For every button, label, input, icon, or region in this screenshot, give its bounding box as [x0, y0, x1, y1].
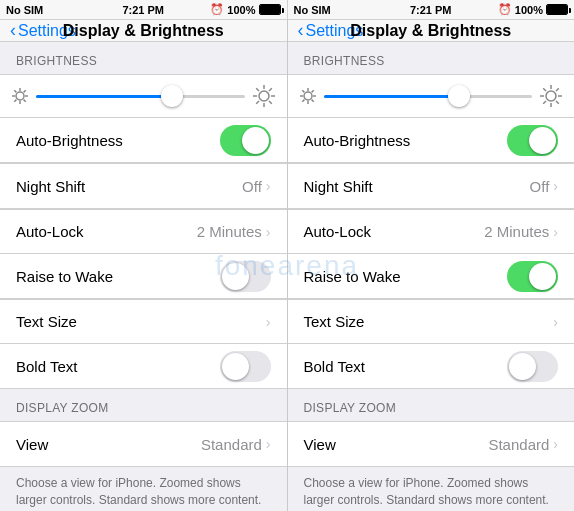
auto-lock-cell-right[interactable]: Auto-Lock 2 Minutes ›: [288, 210, 575, 254]
brightness-slider-left[interactable]: [36, 95, 245, 98]
description-right: Choose a view for iPhone. Zoomed shows l…: [288, 467, 575, 511]
night-shift-right-left: Off ›: [242, 178, 270, 195]
sun-small-icon-right: [300, 88, 316, 104]
alarm-icon-right: ⏰: [498, 3, 512, 16]
text-size-cell-left[interactable]: Text Size ›: [0, 300, 287, 344]
brightness-slider-right[interactable]: [324, 95, 533, 98]
svg-line-14: [256, 88, 259, 91]
night-shift-chevron-left: ›: [266, 178, 271, 194]
slider-fill-right: [324, 95, 460, 98]
description-left: Choose a view for iPhone. Zoomed shows l…: [0, 467, 287, 511]
raise-to-wake-knob-right: [529, 263, 556, 290]
panel-left: ‹ Settings Display & Brightness BRIGHTNE…: [0, 20, 288, 511]
svg-line-24: [311, 100, 313, 102]
bold-text-cell-right[interactable]: Bold Text: [288, 344, 575, 388]
view-chevron-left: ›: [266, 436, 271, 452]
text-size-label-right: Text Size: [304, 313, 365, 330]
svg-point-18: [304, 92, 312, 100]
time-right: 7:21 PM: [410, 4, 452, 16]
svg-line-34: [556, 88, 559, 91]
brightness-group-right: Auto-Brightness: [288, 74, 575, 163]
auto-brightness-toggle-left[interactable]: [220, 125, 271, 156]
raise-to-wake-toggle-left[interactable]: [220, 261, 271, 292]
auto-lock-chevron-left: ›: [266, 224, 271, 240]
svg-line-16: [269, 88, 272, 91]
svg-line-32: [543, 88, 546, 91]
night-shift-cell-right[interactable]: Night Shift Off ›: [288, 164, 575, 208]
raise-to-wake-cell-right[interactable]: Raise to Wake: [288, 254, 575, 298]
text-size-right-right: ›: [553, 314, 558, 330]
bold-text-knob-left: [222, 353, 249, 380]
night-shift-cell-left[interactable]: Night Shift Off ›: [0, 164, 287, 208]
text-size-cell-right[interactable]: Text Size ›: [288, 300, 575, 344]
svg-line-7: [24, 90, 26, 92]
status-bar-left-right: ⏰ 100%: [210, 3, 280, 16]
raise-to-wake-toggle-right[interactable]: [507, 261, 558, 292]
slider-thumb-right[interactable]: [448, 85, 470, 107]
bold-text-cell-left[interactable]: Bold Text: [0, 344, 287, 388]
view-cell-right[interactable]: View Standard ›: [288, 422, 575, 466]
raise-to-wake-cell-left[interactable]: Raise to Wake: [0, 254, 287, 298]
raise-to-wake-label-left: Raise to Wake: [16, 268, 113, 285]
auto-brightness-cell-left[interactable]: Auto-Brightness: [0, 118, 287, 162]
brightness-row-right[interactable]: [288, 75, 575, 118]
auto-lock-label-right: Auto-Lock: [304, 223, 372, 240]
display-zoom-group-left: View Standard ›: [0, 421, 287, 467]
status-bar-right-info: No SIM: [294, 4, 331, 16]
sun-large-icon-left: [253, 85, 275, 107]
bold-text-knob-right: [509, 353, 536, 380]
auto-lock-value-right: 2 Minutes: [484, 223, 549, 240]
view-label-left: View: [16, 436, 48, 453]
panel-right: ‹ Settings Display & Brightness BRIGHTNE…: [288, 20, 575, 511]
auto-lock-cell-left[interactable]: Auto-Lock 2 Minutes ›: [0, 210, 287, 254]
auto-brightness-knob-left: [242, 127, 269, 154]
display-zoom-group-right: View Standard ›: [288, 421, 575, 467]
autolock-group-right: Auto-Lock 2 Minutes › Raise to Wake: [288, 209, 575, 299]
auto-brightness-toggle-right[interactable]: [507, 125, 558, 156]
brightness-header-left: BRIGHTNESS: [0, 42, 287, 74]
brightness-group-left: Auto-Brightness: [0, 74, 287, 163]
view-cell-left[interactable]: View Standard ›: [0, 422, 287, 466]
battery-icon-right: [546, 4, 568, 15]
svg-point-0: [16, 92, 24, 100]
view-right-left: Standard ›: [201, 436, 271, 453]
status-bars: No SIM 7:21 PM ⏰ 100% No SIM 7:21 PM ⏰ 1…: [0, 0, 574, 20]
night-shift-group-left: Night Shift Off ›: [0, 163, 287, 209]
view-value-left: Standard: [201, 436, 262, 453]
bold-text-label-right: Bold Text: [304, 358, 365, 375]
text-size-label-left: Text Size: [16, 313, 77, 330]
auto-brightness-cell-right[interactable]: Auto-Brightness: [288, 118, 575, 162]
night-shift-value-left: Off: [242, 178, 262, 195]
auto-brightness-knob-right: [529, 127, 556, 154]
svg-line-25: [311, 90, 313, 92]
night-shift-value-right: Off: [530, 178, 550, 195]
text-group-right: Text Size › Bold Text: [288, 299, 575, 389]
bold-text-label-left: Bold Text: [16, 358, 77, 375]
nav-title-right: Display & Brightness: [350, 22, 511, 40]
text-size-chevron-right: ›: [553, 314, 558, 330]
auto-lock-label-left: Auto-Lock: [16, 223, 84, 240]
slider-thumb-left[interactable]: [161, 85, 183, 107]
brightness-row-left[interactable]: [0, 75, 287, 118]
auto-brightness-label-left: Auto-Brightness: [16, 132, 123, 149]
brightness-header-right: BRIGHTNESS: [288, 42, 575, 74]
view-value-right: Standard: [488, 436, 549, 453]
svg-line-6: [24, 100, 26, 102]
night-shift-label-right: Night Shift: [304, 178, 373, 195]
status-bar-left-info: No SIM: [6, 4, 43, 16]
night-shift-group-right: Night Shift Off ›: [288, 163, 575, 209]
bold-text-toggle-left[interactable]: [220, 351, 271, 382]
auto-lock-right-right: 2 Minutes ›: [484, 223, 558, 240]
time-left: 7:21 PM: [122, 4, 164, 16]
text-group-left: Text Size › Bold Text: [0, 299, 287, 389]
status-bar-right: No SIM 7:21 PM ⏰ 100%: [288, 0, 575, 20]
night-shift-label-left: Night Shift: [16, 178, 85, 195]
night-shift-chevron-right: ›: [553, 178, 558, 194]
bold-text-toggle-right[interactable]: [507, 351, 558, 382]
svg-point-9: [259, 91, 269, 101]
panels-wrapper: fonearena ‹ Settings Display & Brightnes…: [0, 20, 574, 511]
svg-point-27: [546, 91, 556, 101]
no-sim-label: No SIM: [6, 4, 43, 16]
view-right-right: Standard ›: [488, 436, 558, 453]
status-bar-left: No SIM 7:21 PM ⏰ 100%: [0, 0, 288, 20]
